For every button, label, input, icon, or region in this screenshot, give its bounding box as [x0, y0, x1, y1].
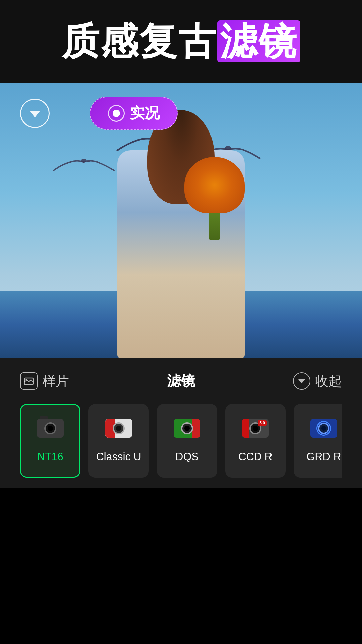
tab-sample[interactable]: 样片	[20, 372, 69, 390]
title-text-main: 质感复古	[62, 20, 217, 62]
filter-name-ccdr: CCD R	[238, 450, 272, 463]
back-button[interactable]	[20, 99, 50, 128]
filter-icon-dqs	[170, 419, 204, 446]
person-figure	[104, 130, 258, 358]
filter-name-classic: Classic U	[96, 450, 141, 463]
filter-item-grdr[interactable]: GRD R	[294, 404, 342, 478]
filter-item-classic[interactable]: Classic U	[88, 404, 149, 478]
filter-icon-ccdr: 5.0	[239, 419, 272, 446]
filter-item-nt16[interactable]: NT16	[20, 404, 80, 478]
tab-collapse-label: 收起	[315, 372, 342, 390]
filter-icon-classic	[102, 419, 135, 446]
filter-name-nt16: NT16	[37, 450, 63, 463]
live-button[interactable]: 实况	[90, 97, 178, 130]
filter-item-ccdr[interactable]: 5.0 CCD R	[225, 404, 286, 478]
camera-preview: 实况	[0, 83, 362, 358]
preview-controls: 实况	[0, 97, 362, 130]
tab-sample-label: 样片	[42, 372, 69, 390]
filter-name-grdr: GRD R	[306, 450, 341, 463]
flower-cluster	[184, 157, 245, 213]
page-title: 质感复古滤镜	[62, 19, 300, 64]
live-label: 实况	[130, 103, 160, 123]
record-icon	[108, 105, 125, 122]
chevron-down-icon	[298, 379, 305, 383]
bottom-panel: 样片 滤镜 收起 NT16	[0, 358, 362, 488]
tab-collapse[interactable]: 收起	[293, 372, 342, 390]
header: 质感复古滤镜	[0, 0, 362, 83]
tab-filter-label[interactable]: 滤镜	[167, 372, 195, 390]
sample-icon	[20, 372, 38, 390]
chevron-down-icon	[29, 111, 40, 117]
flower-stem	[209, 213, 220, 240]
collapse-icon	[293, 372, 310, 390]
title-text-highlight: 滤镜	[217, 20, 300, 62]
panel-tabs: 样片 滤镜 收起	[20, 372, 342, 390]
filter-icon-grdr	[307, 419, 341, 446]
svg-point-7	[26, 379, 27, 381]
filter-strip: NT16 Classic U	[20, 404, 342, 478]
flowers	[184, 157, 245, 237]
filter-name-dqs: DQS	[175, 450, 198, 463]
filter-icon-nt16	[34, 419, 67, 446]
record-dot	[113, 110, 120, 117]
filter-item-dqs[interactable]: DQS	[157, 404, 217, 478]
